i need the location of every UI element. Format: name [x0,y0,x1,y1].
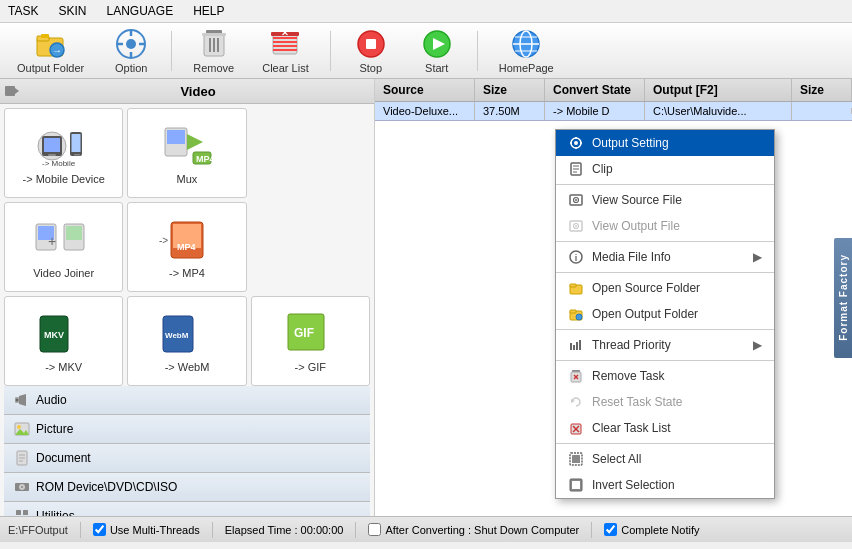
svg-point-64 [16,399,19,402]
multithreads-label: Use Multi-Threads [110,524,200,536]
grid-item-mobile[interactable]: -> Mobile -> Mobile Device [4,108,123,198]
remove-icon [198,28,230,60]
document-icon [14,450,30,466]
rom-label: ROM Device\DVD\CD\ISO [36,480,177,494]
table-row[interactable]: Video-Deluxe... 37.50M -> Mobile D C:\Us… [375,102,852,121]
svg-text:GIF: GIF [294,326,314,340]
remove-button[interactable]: Remove [182,23,245,79]
grid-item-mp4[interactable]: MP4 -> -> MP4 [127,202,246,292]
ctx-view-source[interactable]: View Source File [556,187,774,213]
menubar: TASK SKIN LANGUAGE HELP [0,0,852,23]
svg-point-6 [126,39,136,49]
category-utilities[interactable]: Utilities [4,502,370,516]
option-label: Option [115,62,147,74]
menu-language[interactable]: LANGUAGE [102,2,177,20]
invert-selection-icon [568,477,584,493]
shutdown-label: After Converting : Shut Down Computer [385,524,579,536]
left-panel-header: Video [0,79,374,104]
ctx-select-all[interactable]: Select All [556,446,774,472]
category-audio[interactable]: Audio [4,386,370,415]
ctx-thread-priority-label: Thread Priority [592,338,671,352]
multithreads-checkbox[interactable] [93,523,106,536]
svg-text:MKV: MKV [44,330,64,340]
format-factory-label: Format Factory [838,254,849,341]
video-header-icon [4,83,20,99]
clear-list-button[interactable]: ✕ Clear List [251,23,319,79]
ctx-invert-selection[interactable]: Invert Selection [556,472,774,498]
multithreads-check[interactable]: Use Multi-Threads [93,523,200,536]
media-info-icon: i [568,249,584,265]
header-outsize: Size [792,79,852,101]
grid-item-webm[interactable]: WebM -> WebM [127,296,246,386]
media-info-arrow: ▶ [753,250,762,264]
ctx-open-output[interactable]: Open Output Folder [556,301,774,327]
complete-notify-label: Complete Notify [621,524,699,536]
audio-icon [14,392,30,408]
svg-rect-44 [167,130,185,144]
complete-notify-checkbox[interactable] [604,523,617,536]
ctx-clear-task[interactable]: Clear Task List [556,415,774,441]
mobile-icon: -> Mobile [34,121,94,171]
category-rom[interactable]: ROM Device\DVD\CD\ISO [4,473,370,502]
ctx-select-all-label: Select All [592,452,641,466]
svg-rect-41 [74,154,80,156]
grid-item-joiner[interactable]: + Video Joiner [4,202,123,292]
complete-notify-check[interactable]: Complete Notify [604,523,699,536]
clear-list-icon: ✕ [269,28,301,60]
category-picture[interactable]: Picture [4,415,370,444]
format-factory-tab[interactable]: Format Factory [834,238,852,358]
svg-rect-52 [66,226,82,240]
grid-item-gif[interactable]: GIF -> GIF [251,296,370,386]
reset-task-icon [568,394,584,410]
ctx-output-setting[interactable]: Output Setting [556,130,774,156]
ctx-clip[interactable]: Clip [556,156,774,182]
svg-rect-38 [48,154,56,156]
start-icon [421,28,453,60]
svg-rect-37 [44,138,60,152]
option-button[interactable]: Option [101,23,161,79]
shutdown-check[interactable]: After Converting : Shut Down Computer [368,523,579,536]
grid-content[interactable]: -> Mobile -> Mobile Device [0,104,374,516]
toolbar-sep-2 [330,31,331,71]
ctx-remove-task[interactable]: Remove Task [556,363,774,389]
toolbar-sep-1 [171,31,172,71]
open-output-folder-icon [568,306,584,322]
svg-rect-75 [16,510,21,515]
joiner-icon: + [34,215,94,265]
svg-rect-76 [23,510,28,515]
shutdown-checkbox[interactable] [368,523,381,536]
ctx-open-source[interactable]: Open Source Folder [556,275,774,301]
ctx-media-info[interactable]: i Media File Info ▶ [556,244,774,270]
grid-scroll-area: -> Mobile -> Mobile Device [0,104,374,516]
clear-task-icon [568,420,584,436]
start-button[interactable]: Start [407,23,467,79]
stop-icon [355,28,387,60]
utilities-icon [14,508,30,516]
audio-label: Audio [36,393,67,407]
grid-item-mkv[interactable]: MKV -> MKV [4,296,123,386]
select-all-icon [568,451,584,467]
elapsed-time: Elapsed Time : 00:00:00 [225,524,344,536]
output-folder-button[interactable]: → Output Folder [6,23,95,79]
header-output: Output [F2] [645,79,792,101]
ctx-clip-label: Clip [592,162,613,176]
svg-marker-45 [187,134,203,150]
menu-task[interactable]: TASK [4,2,42,20]
mp4-icon: MP4 -> [157,215,217,265]
ctx-sep-3 [556,272,774,273]
document-label: Document [36,451,91,465]
ctx-view-output-label: View Output File [592,219,680,233]
menu-help[interactable]: HELP [189,2,228,20]
menu-skin[interactable]: SKIN [54,2,90,20]
homepage-button[interactable]: HomePage [488,23,565,79]
svg-marker-34 [15,88,19,94]
category-document[interactable]: Document [4,444,370,473]
remove-task-icon [568,368,584,384]
ctx-thread-priority[interactable]: Thread Priority ▶ [556,332,774,358]
cell-outsize [792,108,852,114]
svg-rect-100 [570,310,576,313]
stop-button[interactable]: Stop [341,23,401,79]
ctx-reset-task: Reset Task State [556,389,774,415]
ctx-invert-selection-label: Invert Selection [592,478,675,492]
grid-item-mux[interactable]: MP4 Mux [127,108,246,198]
